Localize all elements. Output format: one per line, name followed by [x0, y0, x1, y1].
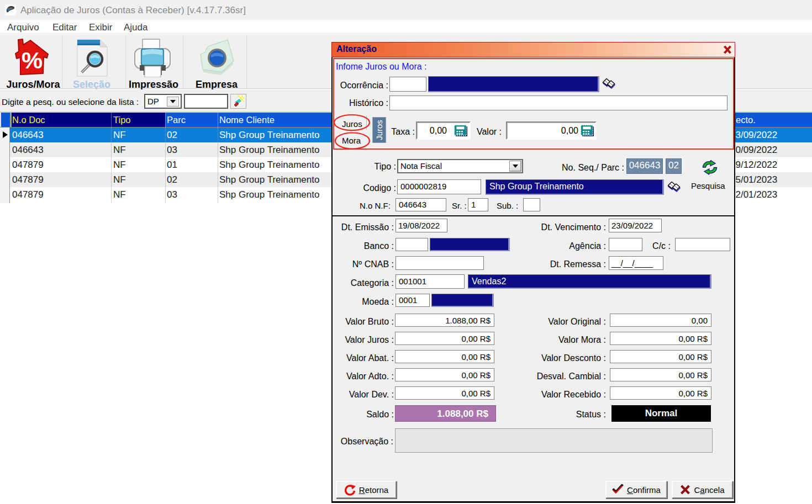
svg-text:%: % — [22, 47, 43, 73]
